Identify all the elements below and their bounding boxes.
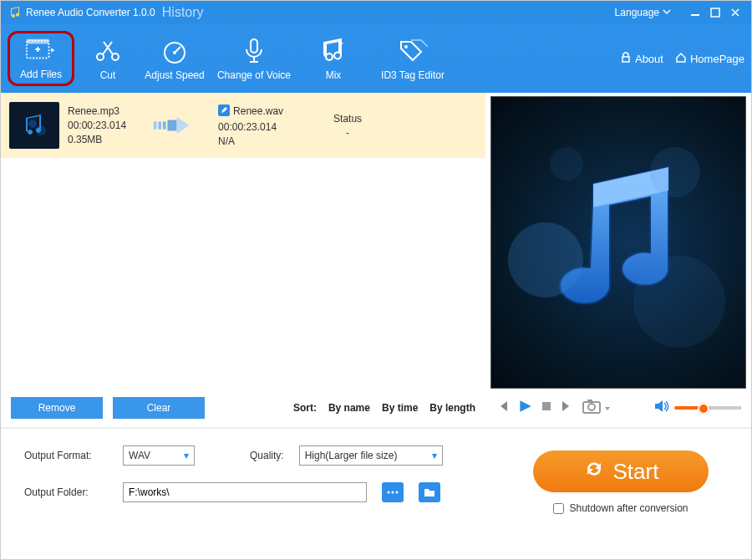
svg-rect-8 (251, 39, 257, 53)
svg-rect-14 (158, 121, 161, 129)
shutdown-checkbox-row[interactable]: Shutdown after conversion (553, 502, 688, 514)
close-button[interactable] (726, 5, 744, 20)
output-folder-row: Output Folder: (24, 482, 512, 502)
quality-select[interactable]: High(Larger file size) ▾ (299, 445, 443, 466)
volume-icon[interactable] (654, 400, 669, 416)
status-value: - (318, 127, 377, 139)
snapshot-dropdown[interactable] (604, 400, 611, 415)
language-selector[interactable]: Language (615, 7, 671, 18)
output-folder-label: Output Folder: (24, 486, 108, 498)
sort-controls: Sort: By name By time By length (293, 402, 475, 414)
cut-button[interactable]: Cut (74, 36, 141, 81)
volume-control (654, 400, 741, 416)
sort-by-name[interactable]: By name (328, 402, 370, 414)
play-button[interactable] (517, 399, 532, 417)
svg-rect-15 (163, 121, 166, 129)
tag-icon (398, 36, 428, 66)
next-button[interactable] (561, 400, 574, 416)
chevron-down-icon: ▾ (184, 450, 189, 461)
chevron-down-icon (663, 7, 671, 18)
dest-file-info: Renee.wav 00:00:23.014 N/A (218, 104, 310, 147)
source-duration: 00:00:23.014 (68, 120, 126, 131)
bottom-panel: Output Format: WAV ▾ Quality: High(Large… (1, 429, 751, 556)
microphone-icon (239, 36, 269, 66)
svg-point-9 (404, 45, 408, 48)
dest-duration: 00:00:23.014 (218, 121, 310, 133)
status-header: Status (318, 113, 377, 125)
home-icon (675, 52, 687, 66)
about-label: About (635, 53, 663, 65)
svg-rect-10 (622, 57, 629, 62)
svg-rect-18 (542, 402, 551, 410)
shutdown-checkbox[interactable] (553, 503, 564, 514)
source-file-info: Renee.mp3 00:00:23.014 0.35MB (68, 105, 126, 145)
output-format-value: WAV (129, 450, 150, 461)
svg-rect-13 (154, 121, 157, 129)
homepage-label: HomePage (690, 53, 744, 65)
shutdown-label: Shutdown after conversion (569, 502, 688, 514)
mix-icon (318, 36, 348, 66)
source-filename: Renee.mp3 (68, 105, 126, 117)
svg-point-11 (28, 120, 37, 128)
svg-rect-16 (168, 120, 177, 131)
start-button[interactable]: Start (533, 451, 709, 492)
output-format-row: Output Format: WAV ▾ Quality: High(Large… (24, 445, 512, 466)
sort-label: Sort: (293, 402, 317, 414)
browse-folder-button[interactable] (419, 482, 440, 502)
add-files-icon (26, 35, 56, 65)
file-list-empty-area (1, 158, 485, 389)
quality-value: High(Larger file size) (305, 450, 398, 461)
svg-rect-3 (27, 39, 49, 44)
add-files-button[interactable]: Add Files (8, 31, 74, 86)
volume-slider[interactable] (674, 406, 741, 410)
remove-button[interactable]: Remove (11, 397, 103, 419)
adjust-speed-label: Adjust Speed (145, 69, 204, 81)
mix-button[interactable]: Mix (300, 36, 367, 81)
prev-button[interactable] (495, 400, 509, 416)
history-link[interactable]: History (162, 5, 204, 20)
media-controls (490, 389, 746, 427)
svg-rect-1 (711, 8, 719, 17)
toolbar-right-links: About HomePage (620, 52, 744, 66)
change-of-voice-label: Change of Voice (217, 69, 291, 81)
output-format-select[interactable]: WAV ▾ (123, 445, 195, 466)
app-title: Renee Audio Converter 1.0.0 (26, 7, 155, 18)
file-row[interactable]: Renee.mp3 00:00:23.014 0.35MB Renee.wav … (1, 93, 485, 158)
svg-point-4 (97, 53, 104, 60)
quality-label: Quality: (250, 450, 284, 461)
dest-filename: Renee.wav (233, 105, 283, 117)
adjust-speed-button[interactable]: Adjust Speed (141, 36, 208, 81)
svg-point-7 (173, 51, 176, 54)
id3-label: ID3 Tag Editor (381, 69, 445, 81)
maximize-button[interactable] (706, 5, 724, 20)
more-options-button[interactable] (382, 482, 404, 502)
svg-rect-21 (587, 400, 592, 403)
output-folder-input[interactable] (123, 482, 367, 502)
output-settings: Output Format: WAV ▾ Quality: High(Large… (24, 445, 512, 547)
source-size: 0.35MB (68, 134, 126, 145)
titlebar: Renee Audio Converter 1.0.0 History Lang… (1, 1, 751, 24)
dest-size: N/A (218, 135, 310, 147)
file-list-pane: Renee.mp3 00:00:23.014 0.35MB Renee.wav … (1, 93, 485, 427)
homepage-link[interactable]: HomePage (675, 52, 744, 66)
stop-button[interactable] (541, 400, 552, 415)
svg-point-5 (112, 53, 119, 60)
clear-button[interactable]: Clear (113, 397, 205, 419)
about-link[interactable]: About (620, 52, 663, 66)
add-files-label: Add Files (20, 69, 62, 80)
minimize-button[interactable] (686, 5, 704, 20)
id3-tag-editor-button[interactable]: ID3 Tag Editor (367, 36, 459, 81)
edit-icon[interactable] (218, 104, 230, 119)
language-label: Language (615, 7, 659, 18)
chevron-down-icon: ▾ (432, 450, 437, 461)
file-thumbnail (9, 102, 59, 149)
sort-by-time[interactable]: By time (382, 402, 418, 414)
sort-by-length[interactable]: By length (429, 402, 475, 414)
preview-image (490, 96, 746, 389)
start-label: Start (613, 459, 659, 485)
start-column: Start Shutdown after conversion (512, 445, 729, 547)
scissors-icon (93, 36, 123, 66)
preview-pane (485, 93, 751, 427)
snapshot-button[interactable] (582, 399, 601, 417)
change-of-voice-button[interactable]: Change of Voice (208, 36, 300, 81)
